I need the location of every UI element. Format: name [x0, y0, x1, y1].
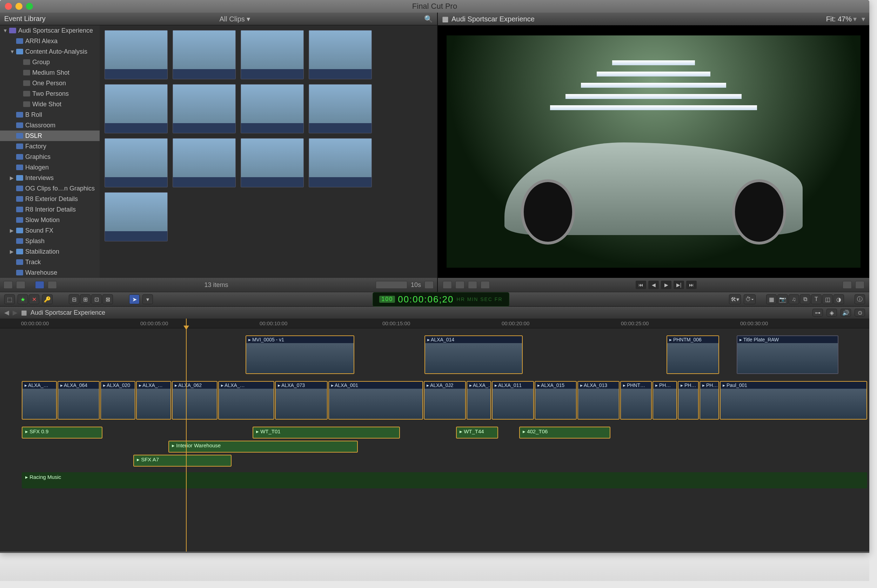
- connect-clip-button[interactable]: ⊟: [69, 294, 79, 304]
- timeline-audio-clip[interactable]: ▸ WT_T44: [456, 427, 498, 438]
- music-browser-button[interactable]: ♫: [789, 294, 799, 304]
- tools-menu-button[interactable]: 🛠▾: [729, 294, 741, 304]
- timeline-video-clip[interactable]: ▸ Paul_001: [720, 381, 867, 420]
- timeline-video-clip[interactable]: ▸ PHNT…: [620, 381, 652, 420]
- effects-browser-button[interactable]: ▦: [766, 294, 777, 304]
- clip-thumbnail[interactable]: [172, 138, 236, 188]
- tool-dropdown[interactable]: ▾: [142, 294, 153, 304]
- library-filter-dropdown[interactable]: All Clips ▾: [46, 15, 424, 23]
- select-tool-button[interactable]: ➤: [129, 294, 139, 304]
- timeline-video-clip[interactable]: ▸ ALXA_0J2: [424, 381, 466, 420]
- sidebar-item[interactable]: Halogen: [0, 162, 100, 172]
- timeline-video-clip[interactable]: ▸ PH…: [700, 381, 719, 420]
- sidebar-item[interactable]: Group: [0, 57, 100, 68]
- inspector-button[interactable]: ⓘ: [855, 294, 865, 304]
- timeline-video-clip[interactable]: ▸ PH…: [678, 381, 699, 420]
- insert-clip-button[interactable]: ⊞: [80, 294, 90, 304]
- sidebar-item[interactable]: Two Persons: [0, 88, 100, 99]
- timeline-video-clip[interactable]: ▸ Title Plate_RAW: [737, 335, 838, 374]
- library-sidebar[interactable]: ▼Audi Sportscar ExperienceARRI Alexa▼Con…: [0, 25, 100, 278]
- import-button[interactable]: [3, 281, 13, 289]
- timeline-video-clip[interactable]: ▸ ALXA_015: [535, 381, 577, 420]
- sidebar-item[interactable]: Slow Motion: [0, 215, 100, 225]
- timeline-video-clip[interactable]: ▸ ALXA_064: [57, 381, 100, 420]
- sidebar-item[interactable]: One Person: [0, 78, 100, 88]
- timeline-video-clip[interactable]: ▸ ALXA_011: [492, 381, 534, 420]
- sidebar-item[interactable]: R8 Interior Details: [0, 204, 100, 215]
- clip-thumbnail[interactable]: [105, 84, 168, 134]
- clip-thumbnail[interactable]: [309, 30, 372, 79]
- sidebar-item[interactable]: ▼Audi Sportscar Experience: [0, 25, 100, 36]
- search-icon[interactable]: 🔍: [424, 15, 433, 23]
- close-icon[interactable]: [5, 3, 12, 10]
- timeline-audio-clip[interactable]: ▸ Interior Warehouse: [168, 441, 358, 453]
- clip-thumbnail[interactable]: [309, 84, 372, 134]
- sidebar-item[interactable]: ▶Stabilization: [0, 246, 100, 257]
- crop-button[interactable]: [455, 281, 465, 289]
- generators-browser-button[interactable]: ◫: [822, 294, 833, 304]
- fav-button[interactable]: ★: [18, 294, 28, 304]
- sidebar-item[interactable]: Factory: [0, 141, 100, 152]
- viewer-canvas[interactable]: [438, 25, 869, 278]
- append-clip-button[interactable]: ⊡: [91, 294, 102, 304]
- filmstrip-view-button[interactable]: [35, 281, 44, 289]
- play-button[interactable]: ▶: [661, 280, 672, 289]
- timeline-video-clip[interactable]: ▸ ALXA_…: [136, 381, 171, 420]
- clip-browser[interactable]: [100, 25, 437, 278]
- fit-value-dropdown[interactable]: 47%: [838, 15, 852, 23]
- sidebar-item[interactable]: DSLR: [0, 130, 100, 141]
- skimming-button[interactable]: ◈: [826, 309, 837, 316]
- clip-thumbnail[interactable]: [105, 30, 168, 79]
- timecode-display[interactable]: 100 00:00:06;20 HR MIN SEC FR: [373, 292, 509, 307]
- clip-thumbnail[interactable]: [172, 84, 236, 134]
- timeline[interactable]: 00:00:00:0000:00:05:0000:00:10:0000:00:1…: [0, 318, 869, 552]
- sidebar-item[interactable]: Medium Shot: [0, 68, 100, 78]
- clip-thumbnail[interactable]: [172, 30, 236, 79]
- magnet-button[interactable]: ⬚: [4, 294, 15, 304]
- loop-button[interactable]: [855, 281, 864, 289]
- transform-button[interactable]: [443, 281, 452, 289]
- sidebar-item[interactable]: Splash: [0, 236, 100, 246]
- timeline-video-clip[interactable]: ▸ ALXA_…: [218, 381, 274, 420]
- titles-browser-button[interactable]: T: [811, 294, 822, 304]
- themes-browser-button[interactable]: ◑: [834, 294, 844, 304]
- timeline-video-clip[interactable]: ▸ PHNTM_006: [667, 335, 719, 374]
- clip-thumbnail[interactable]: [241, 30, 304, 79]
- enhance-button[interactable]: [468, 281, 477, 289]
- retime-menu-button[interactable]: ⏱▾: [744, 294, 756, 304]
- go-end-button[interactable]: ⏭: [686, 280, 697, 289]
- photos-browser-button[interactable]: 📷: [777, 294, 788, 304]
- timeline-audio-clip[interactable]: ▸ SFX A7: [133, 454, 231, 466]
- nav-fwd-button[interactable]: ▶: [13, 309, 18, 316]
- clip-thumbnail[interactable]: [105, 192, 168, 242]
- zoom-icon[interactable]: [26, 3, 33, 10]
- fullscreen-button[interactable]: [843, 281, 852, 289]
- clip-thumbnail[interactable]: [241, 84, 304, 134]
- timeline-video-clip[interactable]: ▸ MVI_0005 - v1: [246, 335, 354, 374]
- timeline-audio-clip[interactable]: ▸ WT_T01: [253, 427, 400, 438]
- timeline-video-clip[interactable]: ▸ ALXA_014: [424, 335, 523, 374]
- sidebar-item[interactable]: ▶Interviews: [0, 172, 100, 183]
- sidebar-item[interactable]: OG Clips fo…n Graphics: [0, 183, 100, 194]
- timeline-video-clip[interactable]: ▸ ALXA_001: [328, 381, 423, 420]
- timeline-video-clip[interactable]: ▸ ALXA_062: [172, 381, 217, 420]
- solo-button[interactable]: ⊙: [855, 309, 865, 316]
- timeline-video-clip[interactable]: ▸ PH…: [652, 381, 677, 420]
- step-back-button[interactable]: ◀: [648, 280, 659, 289]
- clip-thumbnail[interactable]: [105, 138, 168, 188]
- audio-skim-button[interactable]: 🔊: [841, 309, 851, 316]
- sidebar-item[interactable]: R8 Exterior Details: [0, 194, 100, 204]
- timeline-video-clip[interactable]: ▸ ALXA_…: [466, 381, 491, 420]
- sidebar-item[interactable]: ARRI Alexa: [0, 36, 100, 46]
- sidebar-item[interactable]: ▼Content Auto-Analysis: [0, 46, 100, 57]
- reject-button[interactable]: ✕: [29, 294, 39, 304]
- timeline-video-clip[interactable]: ▸ ALXA_073: [275, 381, 328, 420]
- sidebar-item[interactable]: Classroom: [0, 120, 100, 130]
- clip-thumbnail[interactable]: [241, 138, 304, 188]
- transitions-browser-button[interactable]: ⧉: [800, 294, 810, 304]
- clip-appearance-button[interactable]: [424, 281, 433, 289]
- nav-back-button[interactable]: ◀: [4, 309, 9, 316]
- sidebar-item[interactable]: ▶Sound FX: [0, 225, 100, 236]
- list-view-button[interactable]: [48, 281, 57, 289]
- step-fwd-button[interactable]: ▶|: [673, 280, 684, 289]
